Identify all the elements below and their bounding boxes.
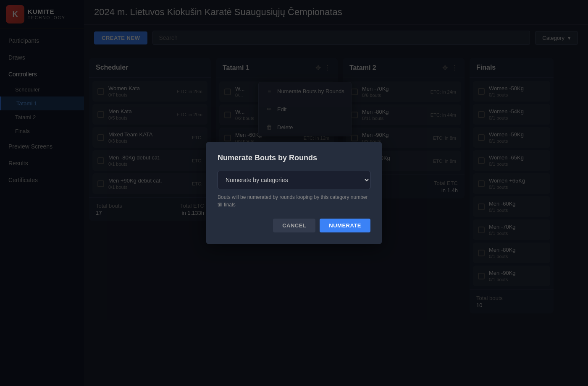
numerate-select[interactable]: Numerate by categories xyxy=(218,171,370,189)
modal-actions: CANCEL NUMERATE xyxy=(218,219,370,232)
modal-overlay[interactable]: Numerate Bouts by Rounds Numerate by cat… xyxy=(0,0,588,386)
numerate-button[interactable]: NUMERATE xyxy=(320,219,370,232)
cancel-button[interactable]: CANCEL xyxy=(273,219,315,232)
numerate-modal: Numerate Bouts by Rounds Numerate by cat… xyxy=(206,142,382,244)
modal-hint: Bouts will be numerated by rounds loopin… xyxy=(218,193,370,209)
modal-title: Numerate Bouts by Rounds xyxy=(218,154,370,162)
